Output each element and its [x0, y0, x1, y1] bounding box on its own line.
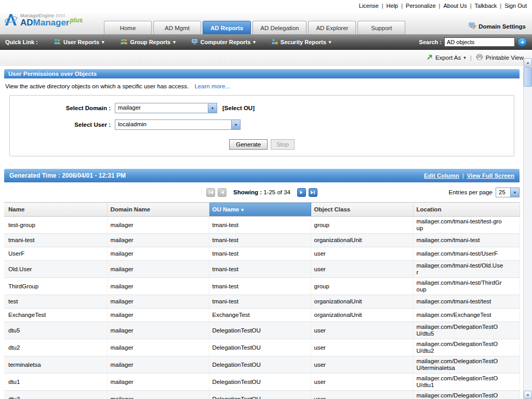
select-user-label: Select User :: [10, 122, 115, 128]
column-header-location[interactable]: Location: [413, 203, 520, 217]
cell-name: ThirdGroup: [4, 278, 107, 295]
domain-select[interactable]: mailager ▼: [115, 103, 217, 113]
column-header-object-class[interactable]: Object Class: [311, 203, 413, 217]
chevron-down-icon: ▾: [463, 56, 466, 60]
tab-ad-reports[interactable]: AD Reports: [203, 21, 251, 34]
last-page-button[interactable]: [309, 188, 317, 197]
search-go-button[interactable]: [517, 37, 527, 47]
cell-name: Old.User: [4, 261, 107, 278]
select-ou-link[interactable]: [Select OU]: [222, 105, 255, 111]
cell-location: mailager.com/tmani-test/Old.User: [413, 261, 520, 278]
cell-location: mailager.com/DelegationTestOU/terminalet…: [413, 356, 520, 374]
about-us-link[interactable]: About Us: [443, 3, 467, 9]
cell-object_class: user: [311, 322, 413, 339]
column-header-ou-name[interactable]: OU Name▾: [209, 203, 311, 217]
table-row: tmani-testmailagertmani-testorganization…: [4, 234, 520, 247]
logo-product-plus: plus: [70, 17, 83, 24]
tab-home[interactable]: Home: [104, 21, 152, 34]
talkback-link[interactable]: Talkback: [475, 3, 497, 9]
license-link[interactable]: License: [359, 3, 379, 9]
report-form: Select Domain : mailager ▼ [Select OU] S…: [9, 95, 514, 156]
view-full-screen-link[interactable]: View Full Screen: [467, 172, 514, 179]
column-header-domain-name[interactable]: Domain Name: [107, 203, 209, 217]
help-link[interactable]: Help: [387, 3, 398, 9]
cell-domain: mailager: [107, 278, 209, 295]
cell-name: tmani-test: [4, 234, 107, 247]
domain-settings-button[interactable]: Domain Settings: [469, 22, 526, 30]
tab-support[interactable]: Support: [357, 21, 405, 34]
tab-ad-explorer[interactable]: AD Explorer: [308, 21, 356, 34]
separator: |: [500, 3, 501, 9]
stop-button: Stop: [271, 139, 295, 150]
tab-ad-mgmt[interactable]: AD Mgmt: [153, 21, 201, 34]
cell-ou: tmani-test: [209, 217, 311, 234]
results-table-body: test-groupmailagertmani-testgroupmailage…: [4, 217, 520, 399]
next-page-button[interactable]: [297, 188, 306, 197]
cell-location: mailager.com/ExchangeTest: [413, 309, 520, 322]
sign-out-link[interactable]: Sign Out: [504, 3, 527, 9]
cell-ou: DelegationTestOU: [209, 356, 311, 374]
admanager-page: License| Help| Personalize| About Us| Ta…: [0, 0, 532, 399]
table-row: terminaletsamailagerDelegationTestOUuser…: [4, 356, 520, 374]
cell-location: mailager.com/DelegationTestOU/dtu2: [413, 339, 520, 356]
cell-domain: mailager: [107, 261, 209, 278]
separator: |: [470, 55, 472, 61]
main-tabs: Home AD Mgmt AD Reports AD Delegation AD…: [104, 21, 405, 34]
report-title: User Permissions over Objects: [8, 71, 97, 77]
vertical-scrollbar[interactable]: ▲ ▼: [523, 58, 532, 399]
entries-per-page-label: Entries per page: [449, 189, 493, 195]
scroll-down-button[interactable]: ▼: [524, 391, 532, 399]
chevron-down-icon: ▼: [510, 188, 519, 197]
chevron-down-icon: ▾: [102, 40, 104, 45]
generate-button[interactable]: Generate: [229, 139, 268, 150]
column-header-name[interactable]: Name: [4, 203, 107, 217]
menu-security-reports[interactable]: Security Reports ▾: [271, 38, 331, 46]
cell-object_class: user: [311, 261, 413, 278]
showing-status: Showing : 1-25 of 34: [233, 189, 290, 195]
cell-domain: mailager: [107, 322, 209, 339]
table-row: dtu3mailagerDelegationTestOUusermailager…: [4, 391, 520, 399]
top-links-bar: License| Help| Personalize| About Us| Ta…: [0, 0, 532, 11]
scroll-up-button[interactable]: ▲: [524, 58, 532, 66]
separator: |: [439, 3, 441, 9]
search-input[interactable]: [444, 37, 515, 47]
entries-per-page-select[interactable]: 25 ▼: [496, 188, 520, 197]
cell-object_class: group: [311, 278, 413, 295]
user-select[interactable]: localadmin ▼: [115, 119, 241, 130]
learn-more-link[interactable]: Learn more...: [194, 83, 230, 89]
cell-name: dtu2: [4, 339, 107, 356]
printable-view-label: Printable View: [486, 55, 524, 61]
entries-per-page-value: 25: [496, 188, 510, 197]
personalize-link[interactable]: Personalize: [406, 3, 435, 9]
chevron-down-icon: ▾: [253, 40, 256, 45]
scrollbar-thumb[interactable]: [524, 67, 532, 87]
cell-domain: mailager: [107, 391, 209, 399]
cell-location: mailager.com/tmani-test: [413, 234, 520, 247]
group-reports-icon: [120, 38, 128, 46]
export-as-button[interactable]: Export As ▾: [427, 54, 466, 61]
table-row: dtu2mailagerDelegationTestOUusermailager…: [4, 339, 520, 356]
generated-time-title: Generated Time : 2006/04/01 - 12:31 PM: [9, 172, 126, 179]
cell-location: mailager.com/tmani-test/ThirdGroup: [413, 278, 520, 295]
printable-view-button[interactable]: Printable View: [476, 54, 524, 61]
prev-page-button: [218, 188, 227, 197]
first-page-button: [206, 188, 215, 197]
logo-product: ADManagerplus: [20, 18, 83, 28]
menu-user-reports[interactable]: User Reports ▾: [54, 38, 104, 46]
tab-ad-delegation[interactable]: AD Delegation: [252, 21, 307, 34]
cell-object_class: user: [311, 339, 413, 356]
pagination-row: Showing : 1-25 of 34 Entries per page 25…: [4, 182, 520, 202]
report-description-row: View the active directory objects on whi…: [0, 78, 524, 93]
export-as-label: Export As: [435, 55, 461, 61]
chevron-down-icon: ▾: [329, 40, 331, 45]
table-row: Old.Usermailagertmani-testusermailager.c…: [4, 261, 520, 278]
menu-computer-reports[interactable]: Computer Reports ▾: [191, 38, 256, 46]
logo-product-ad: AD: [20, 18, 33, 28]
scroll-down-icon: ▼: [526, 393, 530, 397]
edit-column-link[interactable]: Edit Column: [424, 172, 459, 179]
cell-location: mailager.com/DelegationTestOU/dtu1: [413, 374, 520, 391]
cell-domain: mailager: [107, 356, 209, 374]
menu-group-reports[interactable]: Group Reports ▾: [120, 38, 176, 46]
cell-object_class: organizationalUnit: [311, 309, 413, 322]
cell-object_class: organizationalUnit: [311, 295, 413, 309]
